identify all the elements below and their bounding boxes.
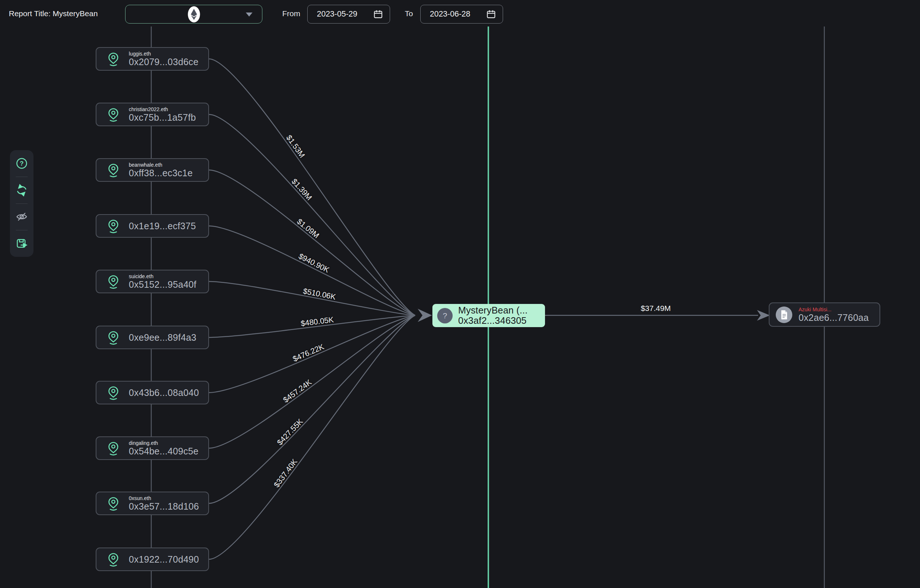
wallet-address: 0x1922...70d490: [129, 554, 199, 565]
calendar-icon[interactable]: [373, 9, 383, 19]
wallet-address: 0x5152...95a40f: [129, 279, 196, 290]
location-pin-icon: [105, 440, 121, 456]
location-pin-icon: [105, 384, 121, 401]
ethereum-icon: [185, 6, 202, 23]
wallet-node[interactable]: 0xsun.eth0x3e57...18d106: [96, 492, 209, 515]
location-pin-icon: [105, 495, 121, 512]
wallet-address: 0x1e19...ecf375: [129, 221, 196, 232]
location-pin-icon: [105, 329, 121, 345]
chain-selector-dropdown[interactable]: [125, 5, 262, 24]
divider: [16, 177, 28, 177]
refresh-button[interactable]: [15, 183, 29, 197]
svg-text:?: ?: [20, 160, 24, 167]
wallet-address: 0x3e57...18d106: [129, 501, 199, 512]
contract-document-icon: [776, 306, 792, 323]
wallet-name: 0xsun.eth: [129, 495, 199, 501]
save-export-icon: [15, 237, 29, 250]
wallet-node[interactable]: dingaling.eth0x54be...409c5e: [96, 436, 209, 460]
target-wallet-address: 0x2ae6...7760aa: [799, 313, 869, 323]
wallet-address: 0xc75b...1a57fb: [129, 112, 196, 123]
location-pin-icon: [105, 51, 121, 67]
divider: [16, 204, 28, 204]
to-label: To: [405, 0, 413, 27]
wallet-node[interactable]: 0x1e19...ecf375: [96, 214, 209, 238]
wallet-node[interactable]: christian2022.eth0xc75b...1a57fb: [96, 103, 209, 126]
location-pin-icon: [105, 218, 121, 234]
wallet-address: 0x54be...409c5e: [129, 446, 198, 457]
wallet-name: suicide.eth: [129, 274, 196, 279]
calendar-icon[interactable]: [486, 9, 496, 19]
report-title: Report Title: MysteryBean: [9, 0, 98, 27]
outgoing-edge-amount-label[interactable]: $37.49M: [641, 304, 671, 313]
to-date-input[interactable]: 2023-06-28: [420, 5, 503, 24]
target-in-arrow-icon: [757, 310, 770, 321]
location-pin-icon: [105, 274, 121, 290]
wallet-address: 0x43b6...08a040: [129, 387, 199, 398]
from-date-input[interactable]: 2023-05-29: [307, 5, 390, 24]
question-circle-icon: ?: [15, 157, 28, 170]
wallet-name: luggis.eth: [129, 51, 198, 57]
from-date-value: 2023-05-29: [317, 10, 373, 19]
wallet-node[interactable]: suicide.eth0x5152...95a40f: [96, 270, 209, 293]
location-pin-icon: [105, 106, 121, 123]
wallet-address: 0x2079...03d6ce: [129, 57, 198, 67]
hide-button[interactable]: [15, 210, 29, 224]
wallet-name: christian2022.eth: [129, 106, 196, 112]
to-date-value: 2023-06-28: [430, 10, 486, 19]
divider: [16, 230, 28, 230]
location-pin-icon: [105, 162, 121, 178]
from-label: From: [282, 0, 300, 27]
location-pin-icon: [105, 551, 121, 567]
transfer-edges: [209, 59, 415, 559]
refresh-icon: [15, 184, 28, 197]
target-wallet-node[interactable]: Azuki Multisi... 0x2ae6...7760aa: [769, 303, 880, 327]
wallet-address: 0xe9ee...89f4a3: [129, 332, 196, 343]
central-in-arrow-icon: [418, 309, 432, 322]
eye-off-icon: [15, 210, 28, 224]
export-button[interactable]: [15, 236, 29, 251]
wallet-node[interactable]: 0xe9ee...89f4a3: [96, 326, 209, 349]
unknown-entity-icon: ?: [437, 308, 453, 324]
wallet-node[interactable]: 0x1922...70d490: [96, 548, 209, 571]
central-wallet-address: 0x3af2...346305: [458, 316, 528, 326]
central-wallet-name: MysteryBean (...: [458, 305, 528, 316]
wallet-node[interactable]: luggis.eth0x2079...03d6ce: [96, 47, 209, 71]
wallet-node[interactable]: beanwhale.eth0xff38...ec3c1e: [96, 158, 209, 182]
central-wallet-node[interactable]: ? MysteryBean (... 0x3af2...346305: [432, 304, 545, 327]
wallet-node[interactable]: 0x43b6...08a040: [96, 381, 209, 404]
target-wallet-name: Azuki Multisi...: [799, 306, 869, 313]
wallet-name: beanwhale.eth: [129, 162, 193, 168]
tool-rail: ?: [10, 150, 34, 257]
chevron-down-icon: [246, 13, 253, 16]
wallet-name: dingaling.eth: [129, 440, 198, 446]
wallet-address: 0xff38...ec3c1e: [129, 168, 193, 178]
help-button[interactable]: ?: [15, 156, 29, 170]
